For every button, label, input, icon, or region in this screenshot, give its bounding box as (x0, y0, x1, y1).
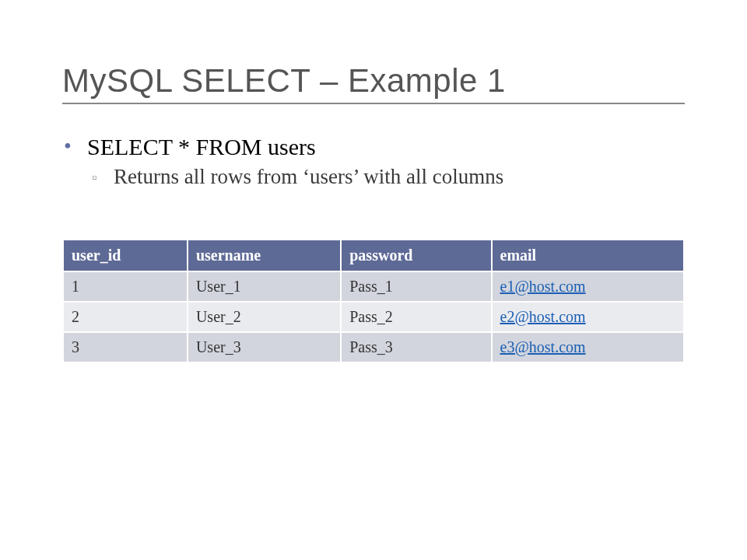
sub-bullet-text: Returns all rows from ‘users’ with all c… (114, 165, 503, 188)
table-row: 3 User_3 Pass_3 e3@host.com (63, 332, 684, 362)
cell-username: User_2 (188, 302, 341, 332)
email-link[interactable]: e2@host.com (500, 308, 586, 325)
table-row: 1 User_1 Pass_1 e1@host.com (63, 271, 684, 302)
email-link[interactable]: e3@host.com (500, 338, 586, 355)
cell-password: Pass_1 (341, 271, 491, 302)
col-email: email (492, 240, 685, 271)
cell-username: User_3 (188, 332, 341, 362)
email-link[interactable]: e1@host.com (500, 278, 586, 295)
cell-email: e1@host.com (492, 271, 685, 302)
table-header: user_id username password email (63, 240, 684, 271)
cell-user-id: 1 (63, 271, 188, 302)
bullet-list: SELECT * FROM users Returns all rows fro… (62, 134, 685, 189)
sub-bullet-item: Returns all rows from ‘users’ with all c… (114, 165, 685, 189)
col-username: username (188, 240, 341, 271)
cell-user-id: 3 (63, 332, 188, 362)
users-table: user_id username password email 1 User_1… (62, 239, 685, 363)
cell-password: Pass_3 (341, 332, 491, 362)
bullet-text: SELECT * FROM users (87, 134, 316, 159)
cell-email: e3@host.com (492, 332, 685, 362)
col-user-id: user_id (63, 240, 188, 271)
cell-password: Pass_2 (341, 302, 491, 332)
slide-title: MySQL SELECT – Example 1 (62, 62, 685, 104)
table-row: 2 User_2 Pass_2 e2@host.com (63, 302, 684, 332)
sub-bullet-list: Returns all rows from ‘users’ with all c… (87, 165, 685, 189)
table-body: 1 User_1 Pass_1 e1@host.com 2 User_2 Pas… (63, 271, 684, 362)
cell-email: e2@host.com (492, 302, 685, 332)
cell-username: User_1 (188, 271, 341, 302)
cell-user-id: 2 (63, 302, 188, 332)
col-password: password (341, 240, 491, 271)
bullet-item: SELECT * FROM users Returns all rows fro… (87, 134, 685, 189)
